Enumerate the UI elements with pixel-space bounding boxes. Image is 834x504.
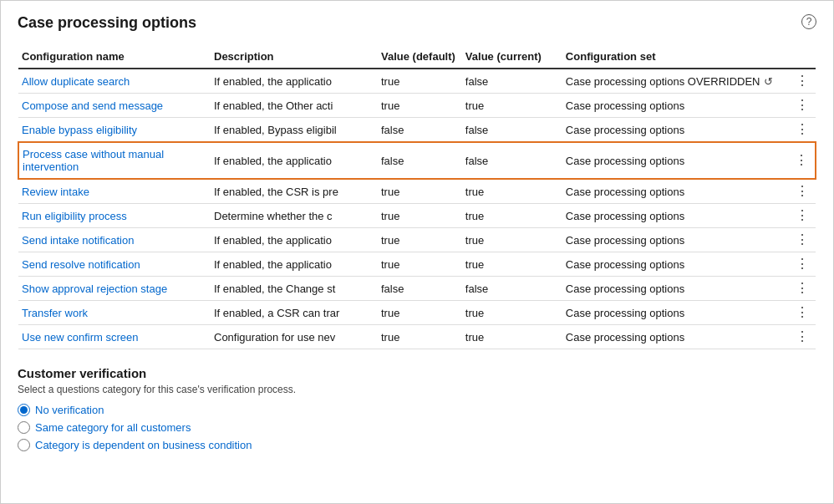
config-set-cell: Case processing options	[562, 142, 791, 179]
radio-input-no_verification[interactable]	[18, 404, 30, 416]
config-set-cell: Case processing options	[562, 228, 791, 252]
row-menu-button[interactable]: ⋮	[795, 153, 808, 167]
value-current-cell: false	[462, 118, 562, 143]
customer-verification-section: Customer verification Select a questions…	[18, 366, 816, 451]
table-row: Send intake notificationIf enabled, the …	[18, 228, 816, 252]
radio-item: Same category for all customers	[18, 421, 816, 434]
config-set-cell: Case processing options	[562, 204, 791, 228]
col-header-action	[791, 45, 816, 69]
radio-item: No verification	[18, 404, 816, 416]
description-cell: If enabled, the Other acti	[211, 94, 378, 118]
table-row: Allow duplicate searchIf enabled, the ap…	[18, 69, 816, 94]
col-header-description: Description	[211, 45, 378, 69]
config-set-cell: Case processing options OVERRIDDEN↺	[562, 69, 791, 94]
description-cell: If enabled, the applicatio	[211, 252, 378, 277]
description-cell: If enabled, a CSR can trar	[211, 301, 378, 325]
description-cell: If enabled, the Change st	[211, 277, 378, 301]
description-cell: If enabled, the applicatio	[211, 69, 378, 94]
value-current-cell: true	[462, 94, 562, 118]
value-current-cell: false	[462, 69, 562, 94]
customer-verification-subtitle: Select a questions category for this cas…	[18, 384, 816, 395]
config-name-link[interactable]: Process case without manual intervention	[23, 148, 164, 173]
config-name-link[interactable]: Allow duplicate search	[22, 75, 130, 88]
config-table: Configuration name Description Value (de…	[18, 45, 816, 349]
radio-group: No verificationSame category for all cus…	[18, 404, 816, 451]
config-set-cell: Case processing options	[562, 94, 791, 118]
table-row: Show approval rejection stageIf enabled,…	[18, 277, 816, 301]
description-cell: If enabled, the applicatio	[211, 142, 378, 179]
config-set-cell: Case processing options	[562, 179, 791, 204]
value-default-cell: true	[378, 179, 462, 204]
value-default-cell: true	[378, 252, 462, 277]
radio-label-business_condition[interactable]: Category is dependent on business condit…	[35, 439, 252, 451]
table-row: Transfer workIf enabled, a CSR can trart…	[18, 301, 816, 325]
config-set-text: Case processing options OVERRIDDEN	[566, 75, 760, 88]
config-set-cell: Case processing options	[562, 252, 791, 277]
radio-item: Category is dependent on business condit…	[18, 439, 816, 451]
page-title: Case processing options	[18, 14, 816, 32]
table-row: Use new confirm screenConfiguration for …	[18, 325, 816, 349]
row-menu-button[interactable]: ⋮	[796, 329, 809, 344]
row-menu-button[interactable]: ⋮	[796, 122, 809, 136]
value-default-cell: false	[378, 142, 462, 179]
row-menu-button[interactable]: ⋮	[796, 208, 809, 222]
value-default-cell: true	[378, 94, 462, 118]
table-row: Process case without manual intervention…	[18, 142, 816, 179]
value-default-cell: true	[378, 325, 462, 349]
config-name-link[interactable]: Enable bypass eligibility	[22, 124, 137, 136]
radio-input-same_category[interactable]	[18, 421, 30, 434]
row-menu-button[interactable]: ⋮	[796, 257, 809, 271]
refresh-icon[interactable]: ↺	[764, 75, 773, 88]
description-cell: If enabled, the applicatio	[211, 228, 378, 252]
row-menu-button[interactable]: ⋮	[796, 232, 809, 247]
value-current-cell: true	[462, 325, 562, 349]
value-current-cell: true	[462, 301, 562, 325]
config-set-cell: Case processing options	[562, 277, 791, 301]
description-cell: Configuration for use nev	[211, 325, 378, 349]
config-set-cell: Case processing options	[562, 118, 791, 143]
col-header-config-set: Configuration set	[562, 45, 791, 69]
value-default-cell: true	[378, 69, 462, 94]
config-name-link[interactable]: Send intake notification	[22, 234, 134, 247]
col-header-config-name: Configuration name	[18, 45, 211, 69]
col-header-value-current: Value (current)	[462, 45, 562, 69]
radio-label-same_category[interactable]: Same category for all customers	[35, 421, 191, 434]
value-default-cell: false	[378, 277, 462, 301]
value-current-cell: true	[462, 204, 562, 228]
config-name-link[interactable]: Show approval rejection stage	[22, 283, 167, 295]
table-row: Send resolve notificationIf enabled, the…	[18, 252, 816, 277]
value-default-cell: false	[378, 118, 462, 143]
value-default-cell: true	[378, 301, 462, 325]
radio-label-no_verification[interactable]: No verification	[35, 404, 104, 416]
help-icon[interactable]: ?	[801, 14, 816, 29]
table-row: Run eligibility processDetermine whether…	[18, 204, 816, 228]
row-menu-button[interactable]: ⋮	[796, 305, 809, 319]
row-menu-button[interactable]: ⋮	[796, 281, 809, 295]
main-container: Case processing options ? Configuration …	[0, 0, 834, 504]
config-name-link[interactable]: Compose and send message	[22, 99, 163, 112]
value-current-cell: false	[462, 277, 562, 301]
row-menu-button[interactable]: ⋮	[796, 184, 809, 198]
customer-verification-title: Customer verification	[18, 366, 816, 380]
value-current-cell: true	[462, 252, 562, 277]
description-cell: If enabled, the CSR is pre	[211, 179, 378, 204]
table-row: Enable bypass eligibilityIf enabled, Byp…	[18, 118, 816, 143]
table-row: Review intakeIf enabled, the CSR is pret…	[18, 179, 816, 204]
value-current-cell: false	[462, 142, 562, 179]
value-default-cell: true	[378, 204, 462, 228]
config-name-link[interactable]: Transfer work	[22, 307, 88, 319]
description-cell: Determine whether the c	[211, 204, 378, 228]
row-menu-button[interactable]: ⋮	[796, 98, 809, 112]
table-row: Compose and send messageIf enabled, the …	[18, 94, 816, 118]
value-current-cell: true	[462, 179, 562, 204]
config-name-link[interactable]: Use new confirm screen	[22, 331, 138, 344]
row-menu-button[interactable]: ⋮	[796, 74, 809, 88]
col-header-value-default: Value (default)	[378, 45, 462, 69]
config-set-cell: Case processing options	[562, 301, 791, 325]
value-default-cell: true	[378, 228, 462, 252]
radio-input-business_condition[interactable]	[18, 439, 30, 451]
config-name-link[interactable]: Review intake	[22, 186, 89, 198]
config-name-link[interactable]: Send resolve notification	[22, 258, 140, 271]
table-header-row: Configuration name Description Value (de…	[18, 45, 816, 69]
config-name-link[interactable]: Run eligibility process	[22, 210, 127, 222]
